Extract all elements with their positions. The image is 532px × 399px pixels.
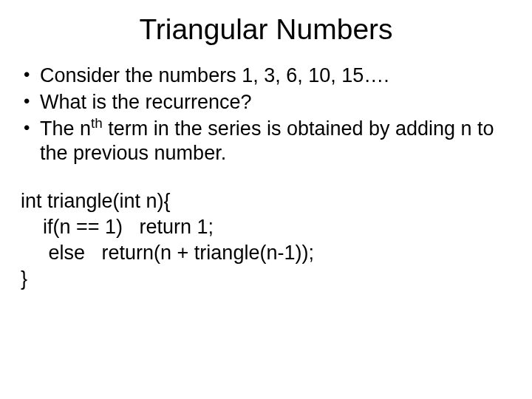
slide-title: Triangular Numbers	[21, 13, 511, 46]
code-line: if(n == 1) return 1;	[21, 214, 511, 240]
code-line: else return(n + triangle(n-1));	[21, 240, 511, 266]
bullet-list: Consider the numbers 1, 3, 6, 10, 15…. W…	[21, 64, 511, 166]
bullet-item: What is the recurrence?	[21, 90, 511, 115]
code-line: int triangle(int n){	[21, 188, 511, 214]
code-line: }	[21, 266, 511, 292]
code-block: int triangle(int n){ if(n == 1) return 1…	[21, 188, 511, 292]
bullet-item: Consider the numbers 1, 3, 6, 10, 15….	[21, 64, 511, 89]
bullet-item: The nth term in the series is obtained b…	[21, 117, 511, 167]
